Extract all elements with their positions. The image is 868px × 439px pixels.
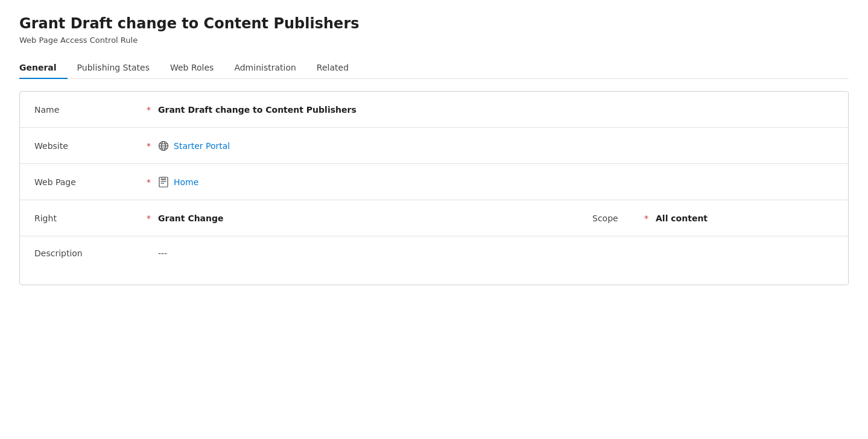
website-required: * bbox=[147, 141, 151, 151]
website-label: Website bbox=[34, 141, 143, 151]
right-scope-container: Grant Change Scope * All content bbox=[158, 213, 834, 223]
name-value: Grant Draft change to Content Publishers bbox=[158, 105, 834, 115]
web-page-required: * bbox=[147, 177, 151, 187]
description-value: --- bbox=[158, 248, 167, 258]
name-label: Name bbox=[34, 105, 143, 115]
page-title: Grant Draft change to Content Publishers bbox=[19, 14, 849, 33]
web-page-value: Home bbox=[158, 177, 834, 188]
tab-publishing-states[interactable]: Publishing States bbox=[75, 57, 160, 78]
tab-general[interactable]: General bbox=[19, 57, 68, 78]
name-row: Name * Grant Draft change to Content Pub… bbox=[20, 92, 848, 128]
form-container: Name * Grant Draft change to Content Pub… bbox=[19, 91, 849, 285]
page-icon bbox=[158, 177, 169, 188]
website-value: Starter Portal bbox=[158, 141, 834, 151]
right-value-group: Grant Change bbox=[158, 213, 592, 223]
name-required: * bbox=[147, 105, 151, 115]
scope-label: Scope bbox=[592, 213, 641, 223]
right-value: Grant Change bbox=[158, 213, 592, 223]
web-page-label: Web Page bbox=[34, 177, 143, 187]
scope-group: Scope * All content bbox=[592, 213, 834, 223]
scope-required: * bbox=[644, 213, 648, 223]
tab-administration[interactable]: Administration bbox=[232, 57, 306, 78]
web-page-link[interactable]: Home bbox=[174, 177, 198, 187]
globe-icon bbox=[158, 141, 169, 151]
scope-value: All content bbox=[656, 213, 834, 223]
website-link[interactable]: Starter Portal bbox=[174, 141, 230, 151]
website-row: Website * Starter Portal bbox=[20, 128, 848, 164]
tab-related[interactable]: Related bbox=[314, 57, 360, 78]
svg-rect-9 bbox=[162, 177, 165, 179]
right-row: Right * Grant Change Scope * All content bbox=[20, 200, 848, 236]
right-label: Right bbox=[34, 213, 143, 223]
description-row: Description * --- bbox=[20, 236, 848, 285]
description-label: Description bbox=[34, 248, 143, 258]
right-required: * bbox=[147, 213, 151, 223]
tabs-navigation: General Publishing States Web Roles Admi… bbox=[19, 57, 849, 79]
tab-web-roles[interactable]: Web Roles bbox=[168, 57, 224, 78]
page-subtitle: Web Page Access Control Rule bbox=[19, 36, 849, 45]
web-page-row: Web Page * Home bbox=[20, 164, 848, 200]
